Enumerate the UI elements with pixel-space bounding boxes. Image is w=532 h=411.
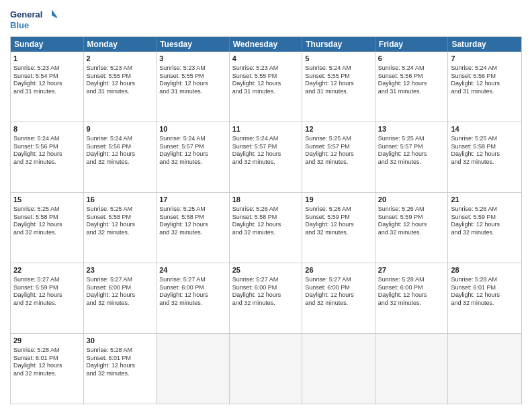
logo-svg: General Blue xyxy=(10,7,57,32)
calendar-header: SundayMondayTuesdayWednesdayThursdayFrid… xyxy=(11,37,521,52)
calendar-cell: 7Sunrise: 5:24 AMSunset: 5:56 PMDaylight… xyxy=(448,52,521,122)
day-number: 14 xyxy=(451,124,519,134)
calendar-cell: 12Sunrise: 5:25 AMSunset: 5:57 PMDayligh… xyxy=(302,122,375,192)
calendar-cell: 29Sunrise: 5:28 AMSunset: 6:01 PMDayligh… xyxy=(11,334,84,404)
cell-info: Sunrise: 5:28 AMSunset: 6:01 PMDaylight:… xyxy=(87,347,154,378)
calendar-cell xyxy=(375,334,449,404)
calendar-cell: 13Sunrise: 5:25 AMSunset: 5:57 PMDayligh… xyxy=(375,122,449,192)
day-number: 16 xyxy=(87,195,154,205)
calendar-cell: 5Sunrise: 5:24 AMSunset: 5:55 PMDaylight… xyxy=(302,52,375,122)
calendar-cell: 16Sunrise: 5:25 AMSunset: 5:58 PMDayligh… xyxy=(84,193,157,263)
day-number: 5 xyxy=(305,54,372,64)
cell-info: Sunrise: 5:24 AMSunset: 5:56 PMDaylight:… xyxy=(378,64,445,96)
calendar: SundayMondayTuesdayWednesdayThursdayFrid… xyxy=(10,36,522,404)
header-day-thursday: Thursday xyxy=(302,37,375,52)
calendar-cell: 20Sunrise: 5:26 AMSunset: 5:59 PMDayligh… xyxy=(375,193,449,263)
cell-info: Sunrise: 5:25 AMSunset: 5:57 PMDaylight:… xyxy=(305,135,372,167)
calendar-cell: 14Sunrise: 5:25 AMSunset: 5:58 PMDayligh… xyxy=(448,122,521,192)
svg-text:General: General xyxy=(10,9,42,19)
header-day-friday: Friday xyxy=(375,37,449,52)
cell-info: Sunrise: 5:28 AMSunset: 6:01 PMDaylight:… xyxy=(451,276,519,308)
day-number: 26 xyxy=(305,265,372,275)
day-number: 12 xyxy=(305,124,372,134)
day-number: 13 xyxy=(378,124,445,134)
day-number: 30 xyxy=(87,336,154,346)
calendar-cell xyxy=(157,334,230,404)
header: General Blue xyxy=(10,7,522,32)
day-number: 24 xyxy=(159,265,226,275)
day-number: 3 xyxy=(159,54,226,64)
calendar-cell: 18Sunrise: 5:26 AMSunset: 5:58 PMDayligh… xyxy=(230,193,303,263)
day-number: 8 xyxy=(13,124,81,134)
calendar-cell: 28Sunrise: 5:28 AMSunset: 6:01 PMDayligh… xyxy=(448,263,521,333)
calendar-cell: 23Sunrise: 5:27 AMSunset: 6:00 PMDayligh… xyxy=(84,263,157,333)
day-number: 15 xyxy=(13,195,81,205)
day-number: 20 xyxy=(378,195,445,205)
svg-text:Blue: Blue xyxy=(10,20,29,30)
calendar-cell: 10Sunrise: 5:24 AMSunset: 5:57 PMDayligh… xyxy=(157,122,230,192)
day-number: 2 xyxy=(87,54,154,64)
calendar-cell: 4Sunrise: 5:23 AMSunset: 5:55 PMDaylight… xyxy=(230,52,303,122)
day-number: 1 xyxy=(13,54,81,64)
calendar-cell: 17Sunrise: 5:25 AMSunset: 5:58 PMDayligh… xyxy=(157,193,230,263)
cell-info: Sunrise: 5:26 AMSunset: 5:59 PMDaylight:… xyxy=(305,205,372,237)
day-number: 22 xyxy=(13,265,81,275)
calendar-cell: 21Sunrise: 5:26 AMSunset: 5:59 PMDayligh… xyxy=(448,193,521,263)
cell-info: Sunrise: 5:27 AMSunset: 6:00 PMDaylight:… xyxy=(87,276,154,308)
cell-info: Sunrise: 5:27 AMSunset: 6:00 PMDaylight:… xyxy=(305,276,372,308)
calendar-cell: 3Sunrise: 5:23 AMSunset: 5:55 PMDaylight… xyxy=(157,52,230,122)
day-number: 19 xyxy=(305,195,372,205)
cell-info: Sunrise: 5:23 AMSunset: 5:55 PMDaylight:… xyxy=(232,64,300,96)
calendar-row-1: 1Sunrise: 5:23 AMSunset: 5:54 PMDaylight… xyxy=(11,52,521,122)
calendar-cell: 22Sunrise: 5:27 AMSunset: 5:59 PMDayligh… xyxy=(11,263,84,333)
calendar-cell: 1Sunrise: 5:23 AMSunset: 5:54 PMDaylight… xyxy=(11,52,84,122)
cell-info: Sunrise: 5:27 AMSunset: 6:00 PMDaylight:… xyxy=(232,276,300,308)
calendar-row-4: 22Sunrise: 5:27 AMSunset: 5:59 PMDayligh… xyxy=(11,263,521,333)
day-number: 6 xyxy=(378,54,445,64)
header-day-sunday: Sunday xyxy=(11,37,84,52)
header-day-saturday: Saturday xyxy=(448,37,521,52)
page: General Blue SundayMondayTuesdayWednesda… xyxy=(0,0,532,411)
header-day-wednesday: Wednesday xyxy=(230,37,303,52)
day-number: 10 xyxy=(159,124,226,134)
calendar-cell: 24Sunrise: 5:27 AMSunset: 6:00 PMDayligh… xyxy=(157,263,230,333)
calendar-row-3: 15Sunrise: 5:25 AMSunset: 5:58 PMDayligh… xyxy=(11,192,521,263)
cell-info: Sunrise: 5:25 AMSunset: 5:57 PMDaylight:… xyxy=(378,135,445,167)
cell-info: Sunrise: 5:27 AMSunset: 6:00 PMDaylight:… xyxy=(159,276,226,308)
day-number: 7 xyxy=(451,54,519,64)
day-number: 11 xyxy=(232,124,300,134)
calendar-cell: 8Sunrise: 5:24 AMSunset: 5:56 PMDaylight… xyxy=(11,122,84,192)
logo: General Blue xyxy=(10,7,57,32)
cell-info: Sunrise: 5:24 AMSunset: 5:56 PMDaylight:… xyxy=(13,135,81,167)
cell-info: Sunrise: 5:23 AMSunset: 5:55 PMDaylight:… xyxy=(87,64,154,96)
cell-info: Sunrise: 5:25 AMSunset: 5:58 PMDaylight:… xyxy=(13,205,81,237)
cell-info: Sunrise: 5:24 AMSunset: 5:57 PMDaylight:… xyxy=(232,135,300,167)
cell-info: Sunrise: 5:28 AMSunset: 6:01 PMDaylight:… xyxy=(13,347,81,378)
cell-info: Sunrise: 5:25 AMSunset: 5:58 PMDaylight:… xyxy=(87,205,154,237)
calendar-cell: 2Sunrise: 5:23 AMSunset: 5:55 PMDaylight… xyxy=(84,52,157,122)
cell-info: Sunrise: 5:25 AMSunset: 5:58 PMDaylight:… xyxy=(159,205,226,237)
cell-info: Sunrise: 5:25 AMSunset: 5:58 PMDaylight:… xyxy=(451,135,519,167)
calendar-cell: 27Sunrise: 5:28 AMSunset: 6:00 PMDayligh… xyxy=(375,263,449,333)
day-number: 25 xyxy=(232,265,300,275)
calendar-cell: 26Sunrise: 5:27 AMSunset: 6:00 PMDayligh… xyxy=(302,263,375,333)
header-day-monday: Monday xyxy=(84,37,157,52)
calendar-cell: 19Sunrise: 5:26 AMSunset: 5:59 PMDayligh… xyxy=(302,193,375,263)
header-day-tuesday: Tuesday xyxy=(157,37,230,52)
calendar-cell xyxy=(230,334,303,404)
day-number: 23 xyxy=(87,265,154,275)
day-number: 17 xyxy=(159,195,226,205)
day-number: 27 xyxy=(378,265,445,275)
svg-marker-2 xyxy=(52,9,57,19)
calendar-cell: 25Sunrise: 5:27 AMSunset: 6:00 PMDayligh… xyxy=(230,263,303,333)
day-number: 21 xyxy=(451,195,519,205)
day-number: 4 xyxy=(232,54,300,64)
calendar-cell: 15Sunrise: 5:25 AMSunset: 5:58 PMDayligh… xyxy=(11,193,84,263)
calendar-row-5: 29Sunrise: 5:28 AMSunset: 6:01 PMDayligh… xyxy=(11,333,521,404)
cell-info: Sunrise: 5:28 AMSunset: 6:00 PMDaylight:… xyxy=(378,276,445,308)
calendar-cell: 11Sunrise: 5:24 AMSunset: 5:57 PMDayligh… xyxy=(230,122,303,192)
calendar-cell xyxy=(448,334,521,404)
cell-info: Sunrise: 5:23 AMSunset: 5:54 PMDaylight:… xyxy=(13,64,81,96)
cell-info: Sunrise: 5:23 AMSunset: 5:55 PMDaylight:… xyxy=(159,64,226,96)
day-number: 28 xyxy=(451,265,519,275)
